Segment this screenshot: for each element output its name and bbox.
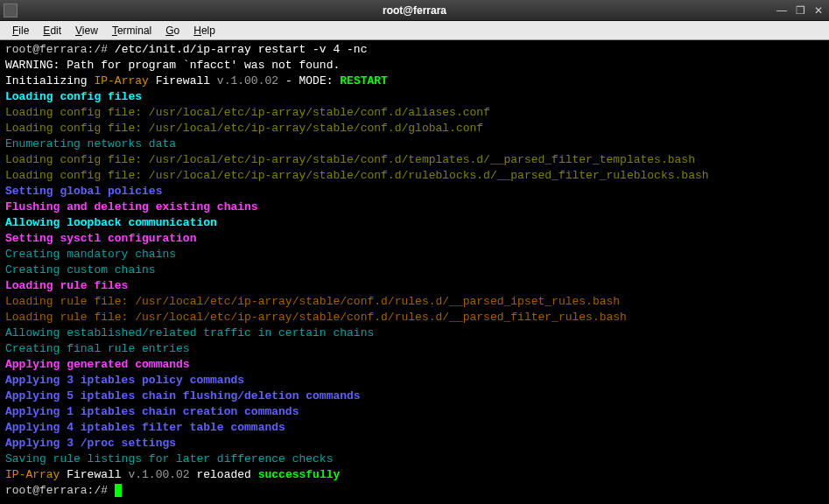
flushing-line: Flushing and deleting existing chains <box>5 200 258 214</box>
prompt-line: root@ferrara:/# <box>5 484 115 497</box>
done-firewall: Firewall <box>67 468 128 481</box>
done-reloaded: reloaded <box>190 468 258 481</box>
menu-view[interactable]: View <box>68 23 105 38</box>
menubar: File Edit View Terminal Go Help <box>0 21 829 40</box>
mode-label: - MODE: <box>278 74 340 88</box>
window-title: root@ferrara <box>383 4 446 17</box>
menu-file[interactable]: File <box>5 23 36 38</box>
maximize-button[interactable]: ❐ <box>793 4 808 17</box>
version-text: v.1.00.02 <box>217 74 278 88</box>
init-text: Initializing <box>5 74 94 88</box>
terminal-output[interactable]: root@ferrara:/# /etc/init.d/ip-array res… <box>0 40 829 504</box>
prompt-line: root@ferrara:/# <box>5 43 115 56</box>
menu-help[interactable]: Help <box>186 23 222 38</box>
firewall-label: Firewall <box>156 74 217 88</box>
custom-chains-line: Creating custom chains <box>5 263 156 276</box>
close-button[interactable]: ✕ <box>811 4 825 17</box>
window-controls: — ❐ ✕ <box>774 4 825 17</box>
mode-value: RESTART <box>340 74 388 88</box>
window-icon <box>4 4 18 18</box>
loading-rules-header: Loading rule files <box>5 279 128 292</box>
sysctl-line: Setting sysctl configuration <box>5 232 196 245</box>
setting-policies-line: Setting global policies <box>5 185 162 198</box>
saving-line: Saving rule listings for later differenc… <box>5 452 333 466</box>
menu-terminal[interactable]: Terminal <box>105 23 158 38</box>
app-name: IP-Array <box>94 74 155 88</box>
warning-line: WARNING: Path for program `nfacct' was n… <box>5 59 340 72</box>
menu-go[interactable]: Go <box>158 23 186 38</box>
enum-line: Enumerating networks data <box>5 137 176 150</box>
minimize-button[interactable]: — <box>774 4 790 17</box>
menu-edit[interactable]: Edit <box>36 23 68 38</box>
done-app-name: IP-Array <box>5 468 67 481</box>
command-text: /etc/init.d/ip-array restart -v 4 -nc <box>115 43 368 56</box>
loopback-line: Allowing loopback communication <box>5 216 217 229</box>
apply-line: Applying 5 iptables chain flushing/delet… <box>5 389 361 402</box>
allow-traffic-line: Allowing established/related traffic in … <box>5 326 374 340</box>
rule-file-line: Loading rule file: /usr/local/etc/ip-arr… <box>5 311 627 324</box>
config-file-line: Loading config file: /usr/local/etc/ip-a… <box>5 153 695 166</box>
config-file-line: Loading config file: /usr/local/etc/ip-a… <box>5 169 709 182</box>
final-entries-line: Creating final rule entries <box>5 342 190 355</box>
cursor <box>115 484 122 497</box>
apply-line: Applying 3 iptables policy commands <box>5 374 244 387</box>
config-file-line: Loading config file: /usr/local/etc/ip-a… <box>5 122 483 135</box>
apply-line: Applying 4 iptables filter table command… <box>5 421 285 434</box>
done-success: successfully <box>258 468 341 481</box>
window-titlebar: root@ferrara — ❐ ✕ <box>0 0 829 21</box>
loading-config-header: Loading config files <box>5 90 142 103</box>
rule-file-line: Loading rule file: /usr/local/etc/ip-arr… <box>5 295 620 308</box>
done-version: v.1.00.02 <box>128 468 189 481</box>
mandatory-chains-line: Creating mandatory chains <box>5 248 176 261</box>
applying-header: Applying generated commands <box>5 358 190 371</box>
config-file-line: Loading config file: /usr/local/etc/ip-a… <box>5 106 490 119</box>
apply-line: Applying 3 /proc settings <box>5 437 176 450</box>
apply-line: Applying 1 iptables chain creation comma… <box>5 405 299 418</box>
